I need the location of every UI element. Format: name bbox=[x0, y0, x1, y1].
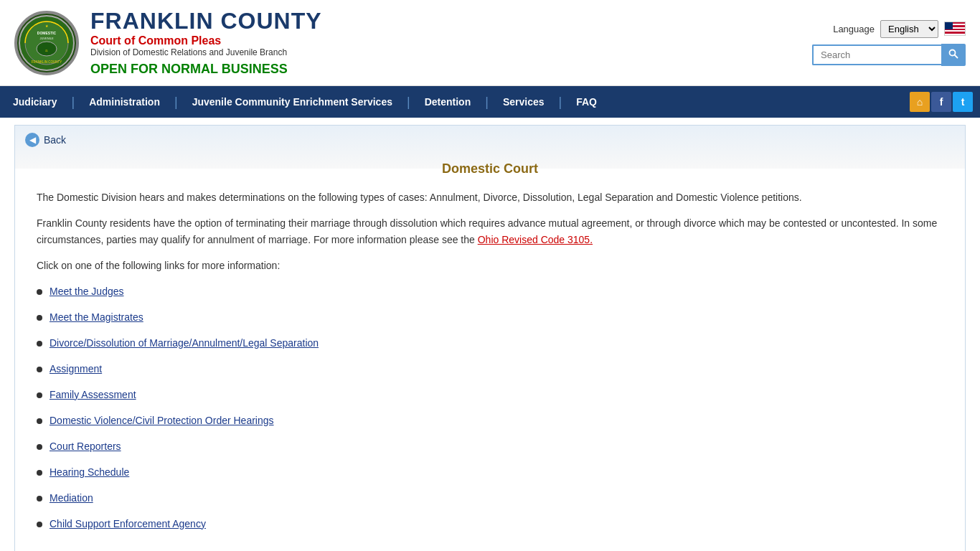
list-link-6[interactable]: Court Reporters bbox=[50, 441, 121, 452]
info-paragraph: Franklin County residents have the optio… bbox=[37, 215, 943, 248]
ohio-revised-code-link[interactable]: Ohio Revised Code 3105. bbox=[478, 234, 593, 245]
list-item: Divorce/Dissolution of Marriage/Annulmen… bbox=[37, 337, 943, 349]
nav-item-faq[interactable]: FAQ bbox=[563, 88, 610, 116]
bullet-icon bbox=[37, 418, 42, 424]
nav-item-services[interactable]: Services bbox=[490, 88, 557, 116]
content-body: Domestic Court The Domestic Division hea… bbox=[15, 154, 965, 551]
svg-point-8 bbox=[950, 50, 956, 55]
list-item: Meet the Judges bbox=[37, 286, 943, 297]
bullet-icon bbox=[37, 470, 42, 476]
list-item: Meet the Magistrates bbox=[37, 311, 943, 323]
sub-title: Court of Common Pleas bbox=[90, 34, 322, 47]
social-icons: ⌂ f t bbox=[910, 92, 980, 112]
court-seal: DOMESTIC JUVENILE ⚖ FRANKLIN COUNTY ★ bbox=[14, 11, 79, 75]
links-list: Meet the JudgesMeet the MagistratesDivor… bbox=[37, 286, 943, 529]
nav-separator: | bbox=[70, 95, 76, 110]
list-item: Court Reporters bbox=[37, 441, 943, 452]
list-item: Mediation bbox=[37, 492, 943, 504]
svg-line-9 bbox=[955, 55, 958, 58]
header-title-block: FRANKLIN COUNTY Court of Common Pleas Di… bbox=[90, 9, 322, 76]
open-status: OPEN FOR NORMAL BUSINESS bbox=[90, 62, 322, 77]
back-row: ◀ Back bbox=[15, 126, 965, 154]
division-title: Division of Domestic Relations and Juven… bbox=[90, 47, 322, 57]
content-wrapper: ◀ Back Domestic Court The Domestic Divis… bbox=[14, 125, 966, 551]
list-item: Domestic Violence/Civil Protection Order… bbox=[37, 415, 943, 426]
search-input[interactable] bbox=[812, 44, 941, 65]
language-select[interactable]: English Spanish French bbox=[880, 20, 938, 38]
nav-separator: | bbox=[173, 95, 179, 110]
list-item: Child Support Enforcement Agency bbox=[37, 518, 943, 529]
list-link-2[interactable]: Divorce/Dissolution of Marriage/Annulmen… bbox=[50, 337, 319, 349]
home-icon[interactable]: ⌂ bbox=[910, 92, 930, 112]
bullet-icon bbox=[37, 289, 42, 295]
svg-text:JUVENILE: JUVENILE bbox=[39, 37, 53, 40]
list-link-1[interactable]: Meet the Magistrates bbox=[50, 311, 143, 323]
list-item: Family Assessment bbox=[37, 389, 943, 400]
svg-text:⚖: ⚖ bbox=[45, 49, 48, 52]
intro-paragraph: The Domestic Division hears and makes de… bbox=[37, 189, 943, 205]
nav-item-detention[interactable]: Detention bbox=[412, 88, 484, 116]
list-link-5[interactable]: Domestic Violence/Civil Protection Order… bbox=[50, 415, 274, 426]
list-item: Hearing Schedule bbox=[37, 466, 943, 478]
language-label: Language bbox=[833, 24, 875, 34]
search-button[interactable] bbox=[941, 44, 966, 66]
seal-svg: DOMESTIC JUVENILE ⚖ FRANKLIN COUNTY ★ bbox=[18, 14, 75, 72]
nav-separator: | bbox=[405, 95, 412, 110]
flag-icon bbox=[944, 22, 966, 36]
search-icon bbox=[948, 49, 958, 59]
facebook-icon[interactable]: f bbox=[931, 92, 951, 112]
header-left: DOMESTIC JUVENILE ⚖ FRANKLIN COUNTY ★ FR… bbox=[14, 9, 322, 76]
nav-item-administration[interactable]: Administration bbox=[76, 88, 173, 116]
bullet-icon bbox=[37, 392, 42, 398]
nav-item-jces[interactable]: Juvenile Community Enrichment Services bbox=[179, 88, 405, 116]
search-row bbox=[812, 44, 966, 66]
site-header: DOMESTIC JUVENILE ⚖ FRANKLIN COUNTY ★ FR… bbox=[0, 0, 980, 86]
back-link[interactable]: Back bbox=[44, 134, 66, 146]
bullet-icon bbox=[37, 341, 42, 347]
list-link-9[interactable]: Child Support Enforcement Agency bbox=[50, 518, 206, 529]
header-right: Language English Spanish French bbox=[812, 20, 966, 66]
main-title: FRANKLIN COUNTY bbox=[90, 9, 322, 34]
navbar: Judiciary | Administration | Juvenile Co… bbox=[0, 86, 980, 118]
nav-separator: | bbox=[557, 95, 564, 110]
bullet-icon bbox=[37, 444, 42, 450]
click-instruction: Click on one of the following links for … bbox=[37, 258, 943, 273]
list-link-8[interactable]: Mediation bbox=[50, 492, 93, 504]
back-icon[interactable]: ◀ bbox=[25, 133, 39, 147]
nav-item-judiciary[interactable]: Judiciary bbox=[0, 88, 70, 116]
list-link-0[interactable]: Meet the Judges bbox=[50, 286, 124, 297]
bullet-icon bbox=[37, 522, 42, 527]
svg-text:FRANKLIN COUNTY: FRANKLIN COUNTY bbox=[32, 60, 62, 64]
twitter-icon[interactable]: t bbox=[953, 92, 973, 112]
list-item: Assignment bbox=[37, 363, 943, 375]
page-title: Domestic Court bbox=[37, 161, 943, 176]
list-link-3[interactable]: Assignment bbox=[50, 363, 102, 375]
list-link-4[interactable]: Family Assessment bbox=[50, 389, 136, 400]
nav-separator: | bbox=[484, 95, 490, 110]
bullet-icon bbox=[37, 496, 42, 501]
svg-text:DOMESTIC: DOMESTIC bbox=[37, 31, 57, 35]
language-row: Language English Spanish French bbox=[833, 20, 966, 38]
bullet-icon bbox=[37, 367, 42, 372]
list-link-7[interactable]: Hearing Schedule bbox=[50, 466, 129, 478]
bullet-icon bbox=[37, 315, 42, 321]
